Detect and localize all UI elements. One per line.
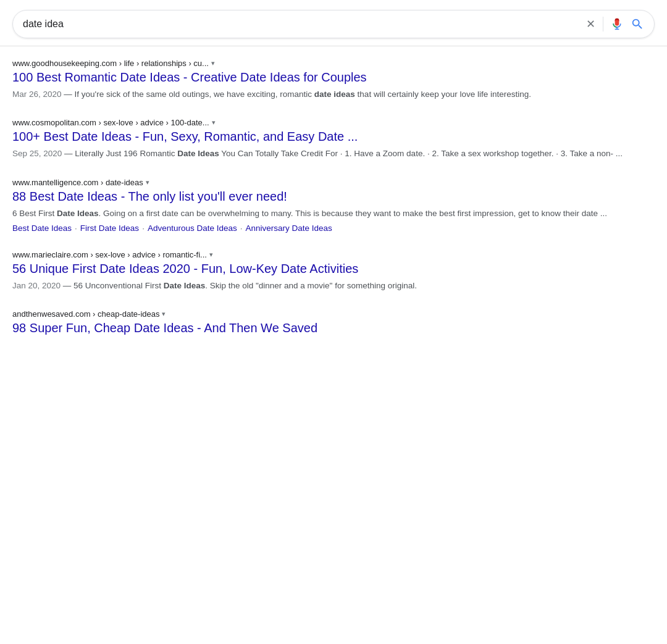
- sitelink-anniversary-date-ideas[interactable]: Anniversary Date Ideas: [246, 224, 332, 233]
- search-bar-container: ✕: [0, 0, 667, 46]
- results-container: www.goodhousekeeping.com › life › relati…: [0, 46, 655, 366]
- result-url-text: andthenwesaved.com › cheap-date-ideas: [12, 309, 159, 319]
- result-snippet: Sep 25, 2020 — Literally Just 196 Romant…: [12, 147, 642, 160]
- result-snippet: Jan 20, 2020 — 56 Unconventional First D…: [12, 279, 642, 292]
- sitelink-best-date-ideas[interactable]: Best Date Ideas: [12, 224, 72, 233]
- result-date: Sep 25, 2020: [12, 149, 62, 158]
- divider: [603, 17, 603, 31]
- result-title[interactable]: 88 Best Date Ideas - The only list you'l…: [12, 188, 642, 204]
- result-url-arrow: ▾: [212, 119, 216, 127]
- result-url: www.mantelligence.com › date-ideas ▾: [12, 178, 642, 187]
- result-title[interactable]: 56 Unique First Date Ideas 2020 - Fun, L…: [12, 261, 642, 277]
- result-date: Mar 26, 2020: [12, 90, 62, 99]
- result-url-arrow: ▾: [146, 178, 149, 186]
- sitelinks: Best Date Ideas · First Date Ideas · Adv…: [12, 224, 642, 233]
- result-item: www.marieclaire.com › sex-love › advice …: [12, 250, 642, 292]
- result-item: andthenwesaved.com › cheap-date-ideas ▾ …: [12, 309, 642, 336]
- sitelink-first-date-ideas[interactable]: First Date Ideas: [80, 224, 139, 233]
- result-url-text: www.mantelligence.com › date-ideas: [12, 178, 143, 187]
- mic-icon[interactable]: [611, 18, 623, 30]
- result-snippet: Mar 26, 2020 — If you're sick of the sam…: [12, 88, 642, 101]
- result-url-text: www.cosmopolitan.com › sex-love › advice…: [12, 118, 209, 127]
- search-icon[interactable]: [631, 17, 644, 31]
- result-url: andthenwesaved.com › cheap-date-ideas ▾: [12, 309, 642, 319]
- search-input[interactable]: [23, 19, 586, 30]
- sitelink-separator: ·: [240, 224, 243, 233]
- search-bar: ✕: [12, 10, 655, 38]
- result-title[interactable]: 100+ Best Date Ideas - Fun, Sexy, Romant…: [12, 128, 642, 144]
- result-url-text: www.goodhousekeeping.com › life › relati…: [12, 59, 209, 68]
- result-title[interactable]: 100 Best Romantic Date Ideas - Creative …: [12, 69, 642, 85]
- result-url: www.goodhousekeeping.com › life › relati…: [12, 59, 642, 68]
- result-snippet: 6 Best First Date Ideas. Going on a firs…: [12, 207, 642, 220]
- result-url-arrow: ▾: [209, 251, 213, 259]
- result-url-arrow: ▾: [211, 59, 215, 67]
- result-url-text: www.marieclaire.com › sex-love › advice …: [12, 250, 207, 259]
- clear-icon[interactable]: ✕: [586, 19, 595, 30]
- result-url: www.marieclaire.com › sex-love › advice …: [12, 250, 642, 259]
- search-icons: ✕: [586, 17, 644, 31]
- sitelink-separator: ·: [75, 224, 77, 233]
- result-item: www.goodhousekeeping.com › life › relati…: [12, 59, 642, 101]
- sitelink-separator: ·: [142, 224, 145, 233]
- result-title[interactable]: 98 Super Fun, Cheap Date Ideas - And The…: [12, 320, 642, 336]
- result-url-arrow: ▾: [162, 310, 166, 318]
- result-url: www.cosmopolitan.com › sex-love › advice…: [12, 118, 642, 127]
- result-item: www.cosmopolitan.com › sex-love › advice…: [12, 118, 642, 160]
- result-date: Jan 20, 2020: [12, 281, 61, 290]
- sitelink-adventurous-date-ideas[interactable]: Adventurous Date Ideas: [148, 224, 237, 233]
- result-item: www.mantelligence.com › date-ideas ▾ 88 …: [12, 178, 642, 233]
